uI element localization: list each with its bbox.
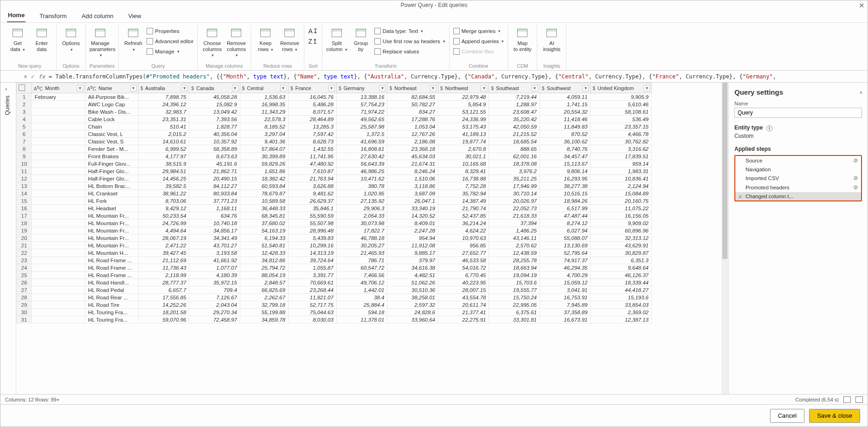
cell[interactable]: 4,177.97 <box>138 153 189 160</box>
cell[interactable]: 19,555.77 <box>489 286 540 294</box>
cell[interactable]: All-Purpose Bik... <box>85 93 138 101</box>
cell[interactable]: 27,135.92 <box>336 197 387 205</box>
ribbon-properties-item[interactable]: Properties <box>147 26 193 36</box>
cell[interactable]: 37,771.23 <box>189 197 240 205</box>
cell[interactable]: 16,293.95 <box>540 175 591 182</box>
cell[interactable]: 32,313.12 <box>591 234 652 242</box>
cell[interactable]: 52,437.85 <box>438 212 489 220</box>
cell[interactable] <box>32 123 85 130</box>
cell[interactable]: 23,357.15 <box>591 123 652 130</box>
cell[interactable]: 11,741.95 <box>288 153 336 160</box>
cell[interactable]: 66,825.69 <box>240 286 288 294</box>
cell[interactable]: 834.27 <box>387 108 438 116</box>
cell[interactable]: HL Bottom Brac... <box>85 182 138 190</box>
cell[interactable]: 12,387.13 <box>591 316 652 323</box>
applied-step-navigation[interactable]: Navigation <box>735 165 861 174</box>
cell[interactable]: 13,130.69 <box>540 242 591 249</box>
table-row[interactable]: 2AWC Logo Cap24,396.1215,082.916,998.355… <box>17 101 652 108</box>
cell[interactable]: 33,960.64 <box>387 316 438 323</box>
cell[interactable]: 34,341.49 <box>189 234 240 242</box>
cell[interactable]: HL Mountain H... <box>85 249 138 257</box>
cell[interactable]: 10,357.92 <box>189 138 240 145</box>
cell[interactable]: 8,409.01 <box>387 220 438 227</box>
table-row[interactable]: 25HL Road Frame ...2,118.994,180.3988,05… <box>17 272 652 279</box>
column-filter-icon[interactable]: ▾ <box>328 85 335 91</box>
row-number[interactable]: 26 <box>17 279 32 286</box>
row-number[interactable]: 1 <box>17 93 32 101</box>
ribbon-remove-rows-button[interactable]: Removerows ▾ <box>279 25 300 52</box>
cell[interactable]: 25,794.72 <box>240 264 288 272</box>
cell[interactable]: 21,862.71 <box>189 168 240 175</box>
cell[interactable]: 15,084.89 <box>591 190 652 197</box>
cell[interactable]: 3,976.2 <box>489 168 540 175</box>
ribbon-manage-item[interactable]: Manage▾ <box>147 47 193 56</box>
cell[interactable]: 380.78 <box>336 182 387 190</box>
cell[interactable]: 34,457.47 <box>540 153 591 160</box>
cell[interactable]: 5,439.83 <box>288 234 336 242</box>
cell[interactable]: 46,533.58 <box>438 257 489 264</box>
cell[interactable]: 37,680.02 <box>240 220 288 227</box>
cell[interactable]: 1,536.63 <box>240 93 288 101</box>
cell[interactable] <box>32 145 85 153</box>
cell[interactable]: 14,320.52 <box>387 212 438 220</box>
cell[interactable]: Half-Finger Glo... <box>85 175 138 182</box>
table-row[interactable]: 18HL Mountain Fr...24,726.9910,740.1837,… <box>17 220 652 227</box>
cell[interactable]: 29,270.34 <box>189 309 240 316</box>
cell[interactable]: 43,701.27 <box>189 242 240 249</box>
cell[interactable]: 28,996.48 <box>288 227 336 234</box>
cell[interactable]: 11,343.29 <box>240 108 288 116</box>
cell[interactable]: 46,126.37 <box>591 272 652 279</box>
cell[interactable]: 2,471.22 <box>138 242 189 249</box>
cell[interactable]: 3,041.91 <box>540 286 591 294</box>
cell[interactable]: 7,945.89 <box>540 301 591 309</box>
cell[interactable]: 5,486.28 <box>288 101 336 108</box>
cell[interactable]: 1,651.86 <box>240 168 288 175</box>
cell[interactable]: 70,669.61 <box>288 279 336 286</box>
cell[interactable]: 7,393.56 <box>189 116 240 123</box>
cell[interactable]: 22,578.3 <box>240 116 288 123</box>
cell[interactable]: 9,909.02 <box>591 220 652 227</box>
cell[interactable]: 21,377.41 <box>438 309 489 316</box>
cell[interactable]: 24,828.6 <box>387 309 438 316</box>
cell[interactable]: 36,448.33 <box>240 205 288 212</box>
cell[interactable]: 3,316.62 <box>591 145 652 153</box>
column-filter-icon[interactable]: ▾ <box>430 85 437 91</box>
cell[interactable]: 1,168.11 <box>189 205 240 212</box>
table-row[interactable]: 6Classic Vest, L2,015.240,356.043,297.04… <box>17 130 652 138</box>
column-filter-icon[interactable]: ▾ <box>77 85 84 91</box>
cell[interactable]: 2,247.28 <box>387 227 438 234</box>
cell[interactable]: 57,864.07 <box>240 145 288 153</box>
table-row[interactable]: 4Cable Lock23,351.317,393.5622,578.328,4… <box>17 116 652 123</box>
cell[interactable]: 58,108.61 <box>591 108 652 116</box>
cell[interactable]: 11,849.83 <box>540 123 591 130</box>
cell[interactable]: 2,670.8 <box>438 145 489 153</box>
cell[interactable]: 16,673.91 <box>540 316 591 323</box>
cell[interactable]: 11,821.07 <box>288 294 336 301</box>
cell[interactable]: 26,629.37 <box>288 197 336 205</box>
column-header-france[interactable]: $ France▾ <box>288 83 336 93</box>
table-row[interactable]: 11Half-Finger Glo...29,984.5121,862.711,… <box>17 168 652 175</box>
table-row[interactable]: 14HL Crankset38,961.2280,933.8478,679.87… <box>17 190 652 197</box>
applied-step-promoted-headers[interactable]: Promoted headers⚙ <box>735 183 861 192</box>
cell[interactable]: 9,806.14 <box>540 168 591 175</box>
cell[interactable]: 19,094.19 <box>489 272 540 279</box>
tab-add-column[interactable]: Add column <box>81 11 115 22</box>
cell[interactable]: 23,368.18 <box>387 145 438 153</box>
cell[interactable]: HL Road Frame ... <box>85 264 138 272</box>
row-number[interactable]: 31 <box>17 316 32 323</box>
cell[interactable]: February <box>32 93 85 101</box>
cell[interactable]: 35,211.25 <box>489 175 540 182</box>
cell[interactable]: 16,738.88 <box>438 175 489 182</box>
cell[interactable]: 10,970.63 <box>438 234 489 242</box>
table-row[interactable]: 12Half-Finger Glo...14,456.2520,490.1518… <box>17 175 652 182</box>
table-row[interactable]: 15HL Fork8,703.0637,771.2310,589.5826,62… <box>17 197 652 205</box>
cell[interactable]: 9,481.62 <box>288 190 336 197</box>
column-filter-icon[interactable]: ▾ <box>379 85 386 91</box>
cell[interactable]: 5,854.9 <box>438 101 489 108</box>
cell[interactable]: 7,752.28 <box>438 182 489 190</box>
cell[interactable] <box>32 175 85 182</box>
cell[interactable]: 1,828.77 <box>189 123 240 130</box>
cell[interactable]: 55,507.98 <box>288 220 336 227</box>
table-row[interactable]: 21HL Mountain Fr...2,471.2243,701.2751,5… <box>17 242 652 249</box>
column-header-canada[interactable]: $ Canada▾ <box>189 83 240 93</box>
